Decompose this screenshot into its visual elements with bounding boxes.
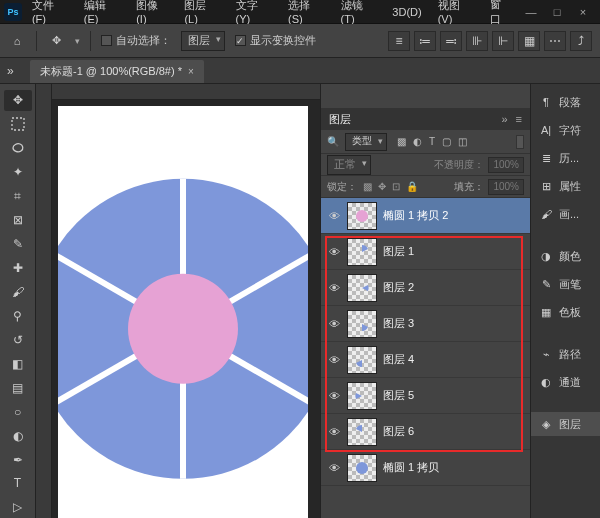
- more-options-icon[interactable]: ⋯: [544, 31, 566, 51]
- move-tool[interactable]: ✥: [4, 90, 32, 111]
- fill-input[interactable]: 100%: [488, 179, 524, 195]
- visibility-toggle[interactable]: 👁: [327, 282, 341, 294]
- layer-name[interactable]: 图层 2: [383, 280, 414, 295]
- document-tab[interactable]: 未标题-1 @ 100%(RGB/8#) * ×: [30, 60, 204, 83]
- layer-row[interactable]: 👁 椭圆 1 拷贝 2: [321, 198, 530, 234]
- rail-brush-preset[interactable]: ✎画笔: [531, 272, 600, 296]
- blend-mode-dropdown[interactable]: 正常: [327, 155, 371, 175]
- frame-tool[interactable]: ⊠: [4, 210, 32, 231]
- filter-toggle[interactable]: [516, 135, 524, 149]
- pen-tool[interactable]: ✒: [4, 449, 32, 470]
- visibility-toggle[interactable]: 👁: [327, 354, 341, 366]
- layer-filter-type-dropdown[interactable]: 类型: [345, 133, 387, 151]
- marquee-tool[interactable]: [4, 114, 32, 135]
- 3d-mode-icon[interactable]: ▦: [518, 31, 540, 51]
- layer-row[interactable]: 👁 椭圆 1 拷贝: [321, 450, 530, 486]
- layer-row[interactable]: 👁 图层 5: [321, 378, 530, 414]
- rail-swatches[interactable]: ▦色板: [531, 300, 600, 324]
- move-tool-icon[interactable]: ✥: [47, 32, 65, 50]
- layer-name[interactable]: 椭圆 1 拷贝: [383, 460, 439, 475]
- layer-thumbnail[interactable]: [347, 238, 377, 266]
- blur-tool[interactable]: ○: [4, 401, 32, 422]
- document-canvas[interactable]: [58, 106, 308, 518]
- layer-row[interactable]: 👁 图层 3: [321, 306, 530, 342]
- rail-paragraph[interactable]: ¶段落: [531, 90, 600, 114]
- lock-pixels-icon[interactable]: ▩: [363, 181, 372, 192]
- filter-shape-icon[interactable]: ▢: [442, 136, 451, 147]
- healing-tool[interactable]: ✚: [4, 258, 32, 279]
- visibility-toggle[interactable]: 👁: [327, 462, 341, 474]
- rail-color[interactable]: ◑颜色: [531, 244, 600, 268]
- align-icon[interactable]: ≔: [414, 31, 436, 51]
- rail-character[interactable]: A|字符: [531, 118, 600, 142]
- panel-menu-button[interactable]: ≡: [516, 113, 522, 125]
- visibility-toggle[interactable]: 👁: [327, 426, 341, 438]
- layer-row[interactable]: 👁 图层 6: [321, 414, 530, 450]
- history-brush-tool[interactable]: ↺: [4, 329, 32, 350]
- crop-tool[interactable]: ⌗: [4, 186, 32, 207]
- eraser-tool[interactable]: ◧: [4, 353, 32, 374]
- layer-name[interactable]: 图层 5: [383, 388, 414, 403]
- lasso-tool[interactable]: [4, 138, 32, 159]
- rail-layers[interactable]: ◈图层: [531, 412, 600, 436]
- show-transform-checkbox[interactable]: 显示变换控件: [235, 33, 316, 48]
- artwork-pie: [58, 169, 308, 489]
- lock-artboard-icon[interactable]: ⊡: [392, 181, 400, 192]
- brush-tool[interactable]: 🖌: [4, 282, 32, 303]
- close-tab-button[interactable]: ×: [188, 66, 194, 77]
- type-tool[interactable]: T: [4, 473, 32, 494]
- filter-adjust-icon[interactable]: ◐: [413, 136, 422, 147]
- auto-select-target-dropdown[interactable]: 图层: [181, 31, 225, 51]
- layer-thumbnail[interactable]: [347, 418, 377, 446]
- auto-select-checkbox[interactable]: 自动选择：: [101, 33, 171, 48]
- visibility-toggle[interactable]: 👁: [327, 390, 341, 402]
- layer-thumbnail[interactable]: [347, 310, 377, 338]
- distribute-icon[interactable]: ⊪: [466, 31, 488, 51]
- layer-name[interactable]: 椭圆 1 拷贝 2: [383, 208, 448, 223]
- filter-type-icon[interactable]: T: [429, 136, 435, 147]
- layer-row[interactable]: 👁 图层 4: [321, 342, 530, 378]
- layer-thumbnail[interactable]: [347, 382, 377, 410]
- window-close-button[interactable]: ×: [574, 6, 592, 18]
- layer-thumbnail[interactable]: [347, 202, 377, 230]
- layer-row[interactable]: 👁 图层 2: [321, 270, 530, 306]
- visibility-toggle[interactable]: 👁: [327, 246, 341, 258]
- layer-name[interactable]: 图层 3: [383, 316, 414, 331]
- path-select-tool[interactable]: ▷: [4, 497, 32, 518]
- layer-name[interactable]: 图层 6: [383, 424, 414, 439]
- distribute-icon[interactable]: ⊩: [492, 31, 514, 51]
- menu-3d[interactable]: 3D(D): [386, 3, 427, 21]
- expand-panels-button[interactable]: »: [4, 62, 17, 80]
- layer-thumbnail[interactable]: [347, 454, 377, 482]
- layer-name[interactable]: 图层 1: [383, 244, 414, 259]
- share-icon[interactable]: ⤴: [570, 31, 592, 51]
- opacity-input[interactable]: 100%: [488, 157, 524, 173]
- align-icon[interactable]: ≕: [440, 31, 462, 51]
- layer-name[interactable]: 图层 4: [383, 352, 414, 367]
- visibility-toggle[interactable]: 👁: [327, 210, 341, 222]
- home-icon[interactable]: ⌂: [8, 32, 26, 50]
- align-icon[interactable]: ≡: [388, 31, 410, 51]
- window-maximize-button[interactable]: □: [548, 6, 566, 18]
- layer-thumbnail[interactable]: [347, 274, 377, 302]
- rail-history[interactable]: ≣历...: [531, 146, 600, 170]
- lock-position-icon[interactable]: ✥: [378, 181, 386, 192]
- layers-panel-tab[interactable]: 图层: [329, 112, 351, 127]
- rail-brushes[interactable]: 🖌画...: [531, 202, 600, 226]
- lock-all-icon[interactable]: 🔒: [406, 181, 418, 192]
- dodge-tool[interactable]: ◐: [4, 425, 32, 446]
- window-minimize-button[interactable]: —: [522, 6, 540, 18]
- rail-channels[interactable]: ◐通道: [531, 370, 600, 394]
- filter-pixel-icon[interactable]: ▩: [397, 136, 406, 147]
- clone-tool[interactable]: ⚲: [4, 305, 32, 326]
- gradient-tool[interactable]: ▤: [4, 377, 32, 398]
- collapse-panel-button[interactable]: »: [501, 113, 507, 125]
- visibility-toggle[interactable]: 👁: [327, 318, 341, 330]
- filter-smart-icon[interactable]: ◫: [458, 136, 467, 147]
- layer-row[interactable]: 👁 图层 1: [321, 234, 530, 270]
- layer-thumbnail[interactable]: [347, 346, 377, 374]
- rail-paths[interactable]: ⌁路径: [531, 342, 600, 366]
- quick-select-tool[interactable]: ✦: [4, 162, 32, 183]
- rail-properties[interactable]: ⊞属性: [531, 174, 600, 198]
- eyedropper-tool[interactable]: ✎: [4, 234, 32, 255]
